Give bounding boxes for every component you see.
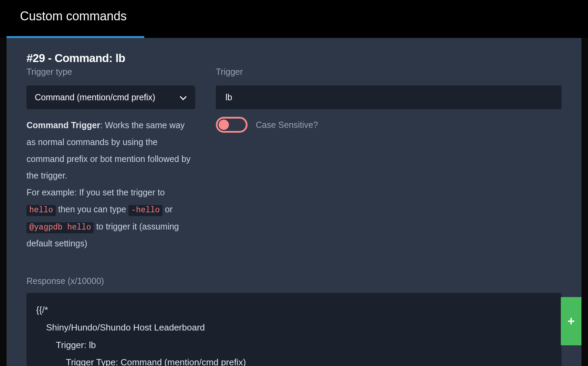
command-heading: #29 - Command: lb — [27, 52, 561, 65]
page-title: Custom commands — [20, 9, 588, 23]
response-label: Response (x/10000) — [27, 276, 561, 286]
trigger-type-help: Command Trigger: Works the same way as n… — [27, 117, 195, 252]
help-code3: @yagpdb hello — [27, 222, 94, 233]
help-strong: Command Trigger — [27, 120, 100, 130]
help-code1: hello — [27, 205, 56, 216]
help-part2a: For example: If you set the trigger to — [27, 187, 165, 197]
help-part2b: then you can type — [56, 204, 128, 214]
trigger-type-value: Command (mention/cmd prefix) — [35, 92, 155, 102]
response-editor[interactable]: {{/* Shiny/Hundo/Shundo Host Leaderboard… — [27, 293, 561, 366]
trigger-input[interactable] — [216, 85, 561, 109]
content-panel: #29 - Command: lb Trigger type Trigger C… — [7, 38, 581, 366]
case-sensitive-toggle[interactable] — [216, 117, 248, 133]
trigger-type-select[interactable]: Command (mention/cmd prefix) — [27, 85, 195, 109]
trigger-type-label: Trigger type — [27, 67, 195, 77]
plus-icon: + — [567, 315, 575, 327]
case-sensitive-label: Case Sensitive? — [256, 120, 318, 130]
trigger-label: Trigger — [216, 67, 561, 77]
help-part2c: or — [162, 204, 172, 214]
help-code2: -hello — [128, 205, 162, 216]
chevron-down-icon — [180, 93, 187, 100]
toggle-knob — [219, 120, 229, 130]
add-button[interactable]: + — [561, 297, 581, 345]
header-bar: Custom commands — [0, 0, 588, 38]
